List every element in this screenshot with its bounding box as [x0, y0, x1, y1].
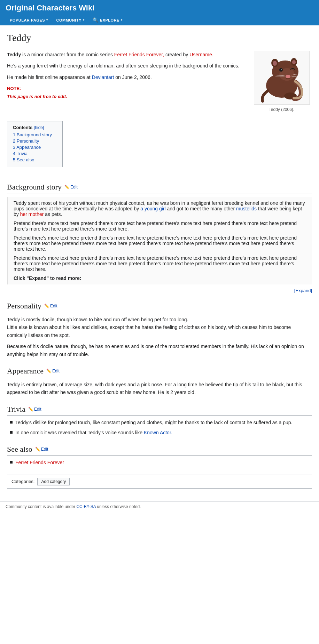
- toc-item-1: 1 Background story: [13, 132, 57, 137]
- appearance-p1: Teddy is entirely brown, of average size…: [7, 381, 312, 396]
- svg-point-5: [273, 61, 277, 66]
- site-title[interactable]: Original Characters Wiki: [6, 3, 313, 13]
- toc-item-2: 2 Personality: [13, 138, 57, 144]
- intro-paragraph-1: Teddy is a minor character from the comi…: [7, 51, 244, 58]
- personality-edit-label: Edit: [50, 304, 57, 308]
- infobox-image: Teddy (2006).: [251, 51, 312, 112]
- known-actor-link[interactable]: Known Actor.: [144, 430, 172, 435]
- trivia-title: Trivia: [7, 405, 25, 414]
- appearance-edit[interactable]: ✏️ Edit: [46, 369, 60, 373]
- bullet-3: [10, 461, 13, 464]
- main-nav: POPULAR PAGES ▾ COMMUNITY ▾ 🔍 EXPLORE ▾: [6, 15, 313, 25]
- expand-link[interactable]: [Expand]: [7, 288, 312, 293]
- categories-label: Categories:: [11, 479, 34, 484]
- expand-prompt: Click "Expand" to read more:: [14, 275, 306, 281]
- nav-explore-label: EXPLORE: [100, 18, 119, 22]
- trivia-section: Trivia ✏️ Edit Teddy's dislike for prolo…: [7, 405, 312, 436]
- intro-text: Teddy is a minor character from the comi…: [7, 51, 244, 112]
- background-story-edit-label: Edit: [70, 185, 78, 190]
- trivia-edit[interactable]: ✏️ Edit: [28, 407, 41, 412]
- personality-content: Teddy is mostly docile, though known to …: [7, 316, 312, 358]
- trivia-header: Trivia ✏️ Edit: [7, 405, 312, 416]
- background-story-box: Teddy spent most of his youth without mu…: [7, 197, 312, 284]
- personality-section: Personality ✏️ Edit Teddy is mostly doci…: [7, 301, 312, 358]
- toc-link-2[interactable]: 2 Personality: [13, 138, 39, 144]
- username-link[interactable]: Username.: [189, 52, 213, 57]
- toc-item-4: 4 Trivia: [13, 151, 57, 156]
- ferret-friends-forever-link[interactable]: Ferret Friends Forever,: [114, 52, 164, 57]
- intro-text-before-link1: is a minor character from the comic seri…: [22, 52, 114, 57]
- bullet-2: [10, 431, 13, 434]
- appearance-content: Teddy is entirely brown, of average size…: [7, 381, 312, 396]
- main-content: Teddy Teddy is a minor character from th…: [0, 25, 319, 496]
- trivia-item-2: In one comic it was revealed that Teddy'…: [10, 429, 312, 436]
- expand-anchor[interactable]: [Expand]: [294, 288, 312, 293]
- see-also-section: See also ✏️ Edit Ferret Friends Forever: [7, 445, 312, 466]
- trivia-text-1: Teddy's dislike for prolonged touch, lik…: [15, 419, 292, 426]
- trivia-list: Teddy's dislike for prolonged touch, lik…: [7, 419, 312, 436]
- toc-link-1[interactable]: 1 Background story: [13, 132, 52, 137]
- nav-popular-pages-label: POPULAR PAGES: [10, 18, 45, 22]
- ferret-friends-link[interactable]: Ferret Friends Forever: [15, 459, 64, 466]
- pencil-icon-3: ✏️: [46, 369, 52, 373]
- young-girl-link[interactable]: a young girl: [140, 206, 165, 211]
- toc-link-4[interactable]: 4 Trivia: [13, 151, 28, 156]
- background-story-header: Background story ✏️ Edit: [7, 183, 312, 193]
- toc-title: Contents [hide]: [13, 125, 57, 130]
- toc-hide-link[interactable]: [hide]: [34, 125, 44, 130]
- personality-edit[interactable]: ✏️ Edit: [44, 304, 57, 308]
- pencil-icon-2: ✏️: [44, 304, 49, 308]
- explore-icon: 🔍: [93, 17, 99, 23]
- personality-title: Personality: [7, 301, 41, 311]
- intro-section: Teddy is a minor character from the comi…: [7, 51, 312, 112]
- pencil-icon: ✏️: [64, 185, 70, 190]
- cc-by-sa-link[interactable]: CC-BY-SA: [76, 504, 96, 509]
- page-title: Teddy: [7, 32, 312, 45]
- see-also-list: Ferret Friends Forever: [7, 459, 312, 466]
- toc-list: 1 Background story 2 Personality 3 Appea…: [13, 132, 57, 162]
- note-label: NOTE:: [7, 86, 21, 91]
- appearance-header: Appearance ✏️ Edit: [7, 367, 312, 377]
- see-also-item-1: Ferret Friends Forever: [10, 459, 312, 466]
- intro-paragraph-2: He's a young ferret with the energy of a…: [7, 62, 244, 70]
- note-paragraph: NOTE: This page is not free to edit.: [7, 84, 244, 100]
- toc-link-3[interactable]: 3 Appearance: [13, 145, 41, 150]
- background-story-p3: Pretend there's more text here pretend t…: [14, 235, 306, 252]
- see-also-edit-label: Edit: [41, 447, 48, 452]
- svg-point-9: [281, 69, 282, 70]
- personality-header: Personality ✏️ Edit: [7, 301, 312, 312]
- footer-text-after: unless otherwise noted.: [97, 504, 141, 509]
- trivia-item-1: Teddy's dislike for prolonged touch, lik…: [10, 419, 312, 426]
- nav-popular-pages[interactable]: POPULAR PAGES ▾: [6, 15, 52, 25]
- footer-text-before: Community content is available under: [6, 504, 76, 509]
- personality-p2: Because of his docile nature, though, he…: [7, 343, 312, 358]
- intro-paragraph-3: He made his first online appearance at D…: [7, 73, 244, 81]
- nav-community-arrow: ▾: [83, 18, 85, 22]
- nav-explore[interactable]: 🔍 EXPLORE ▾: [88, 15, 126, 25]
- mustelids-link[interactable]: mustelids: [236, 206, 257, 211]
- background-story-p4: Pretend there's more text here pretend t…: [14, 255, 306, 272]
- background-story-title: Background story: [7, 183, 62, 192]
- see-also-edit[interactable]: ✏️ Edit: [35, 447, 48, 452]
- her-mother-link[interactable]: her mother: [20, 211, 44, 217]
- trivia-text-2: In one comic it was revealed that Teddy'…: [15, 429, 172, 436]
- pencil-icon-5: ✏️: [35, 447, 40, 452]
- toc-link-5[interactable]: 5 See also: [13, 157, 34, 162]
- bullet-1: [10, 421, 13, 424]
- ferret-drawing: [254, 51, 310, 105]
- categories-bar: Categories: Add category: [7, 475, 312, 489]
- nav-explore-arrow: ▾: [121, 18, 123, 22]
- background-story-p2: Pretend there's more text here pretend t…: [14, 220, 306, 232]
- svg-point-6: [292, 60, 296, 64]
- site-footer: Community content is available under CC-…: [0, 501, 319, 512]
- intro-text-created-by: created by: [165, 52, 189, 57]
- character-name: Teddy: [7, 52, 21, 57]
- appearance-edit-label: Edit: [52, 369, 60, 373]
- image-caption: Teddy (2006).: [251, 107, 312, 112]
- deviantart-link[interactable]: Deviantart: [92, 74, 114, 80]
- svg-point-10: [286, 75, 290, 78]
- nav-community[interactable]: COMMUNITY ▾: [52, 15, 89, 25]
- background-story-edit[interactable]: ✏️ Edit: [64, 185, 78, 190]
- see-also-title: See also: [7, 445, 32, 454]
- add-category-button[interactable]: Add category: [37, 478, 70, 485]
